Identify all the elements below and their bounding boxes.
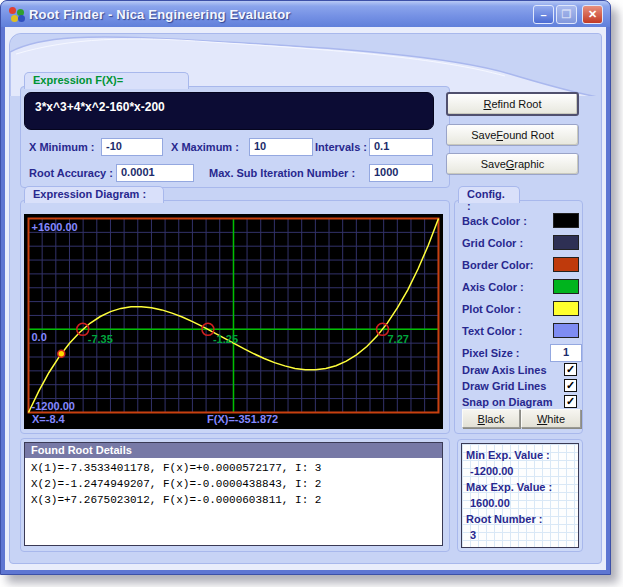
svg-text:-1200.00: -1200.00 — [32, 400, 75, 412]
close-button[interactable]: ✕ — [582, 5, 603, 24]
x-minimum-field[interactable]: -10 — [101, 138, 163, 156]
found-root-item[interactable]: X(3)=+7.2675023012, F(x)=-0.0000603811, … — [25, 494, 442, 506]
svg-text:7.27: 7.27 — [387, 333, 408, 345]
snap-on-diagram-label: Snap on Diagram — [462, 396, 552, 408]
grid-color-label: Grid Color : — [462, 237, 523, 249]
svg-text:-1.25: -1.25 — [213, 333, 238, 345]
refind-root-button[interactable]: Refind Root — [446, 92, 579, 116]
found-root-item[interactable]: X(2)=-1.2474949207, F(x)=-0.0000438843, … — [25, 478, 442, 490]
svg-text:-7.35: -7.35 — [88, 333, 113, 345]
expression-group-title: Expression F(X)= — [24, 72, 189, 89]
min-exp-value-label: Min Exp. Value : — [466, 447, 578, 463]
max-exp-value: 1600.00 — [466, 495, 578, 511]
x-minimum-label: X Minimum : — [29, 141, 94, 153]
text-color-swatch[interactable] — [553, 323, 579, 338]
window-title: Root Finder - Nica Engineering Evaluator — [29, 7, 291, 22]
root-number-label: Root Number : — [466, 511, 578, 527]
border-color-swatch[interactable] — [553, 257, 579, 272]
app-icon — [8, 6, 24, 22]
diagram-group-title: Expression Diagram : — [24, 186, 164, 203]
app-window: Root Finder - Nica Engineering Evaluator… — [0, 0, 611, 575]
minimize-button[interactable]: – — [533, 5, 554, 24]
plot-status-bar: X=-8.4 F(X)=-351.872 — [24, 413, 443, 428]
grid-color-swatch[interactable] — [553, 235, 579, 250]
border-color-label: Border Color: — [462, 259, 534, 271]
find-root-page: Find Root Of Expression Expression F(X)=… — [9, 33, 602, 564]
root-accuracy-field[interactable]: 0.0001 — [116, 164, 194, 182]
black-theme-button[interactable]: Black — [462, 409, 520, 428]
x-maximum-label: X Maximum : — [171, 141, 239, 153]
draw-axis-lines-label: Draw Axis Lines — [462, 364, 547, 376]
maximize-button: ❐ — [556, 5, 577, 24]
client-area: Find Root Of Expression Expression F(X)=… — [5, 27, 606, 570]
draw-grid-lines-label: Draw Grid Lines — [462, 380, 546, 392]
plot-color-swatch[interactable] — [553, 301, 579, 316]
plot-color-label: Plot Color : — [462, 303, 521, 315]
draw-axis-lines-checkbox[interactable]: ✓ — [564, 363, 577, 376]
pixel-size-field[interactable]: 1 — [550, 344, 582, 362]
snap-on-diagram-checkbox[interactable]: ✓ — [564, 395, 577, 408]
min-exp-value: -1200.00 — [466, 463, 578, 479]
expression-input[interactable]: 3*x^3+4*x^2-160*x-200 — [24, 92, 434, 130]
save-graphic-button[interactable]: Save Graphic — [446, 153, 579, 175]
intervals-label: Intervals : — [315, 141, 367, 153]
summary-box: Min Exp. Value : -1200.00 Max Exp. Value… — [461, 443, 579, 548]
found-root-item[interactable]: X(1)=-7.3533401178, F(x)=+0.0000572177, … — [25, 462, 442, 474]
found-root-details-list[interactable]: Found Root Details X(1)=-7.3533401178, F… — [24, 442, 443, 546]
intervals-field[interactable]: 0.1 — [369, 138, 433, 156]
svg-text:0.0: 0.0 — [32, 331, 47, 343]
plot-cursor-fx: F(X)=-351.872 — [207, 413, 278, 425]
summary-panel: Min Exp. Value : -1200.00 Max Exp. Value… — [457, 439, 583, 552]
back-color-swatch[interactable] — [553, 213, 579, 228]
max-sub-iteration-field[interactable]: 1000 — [369, 164, 433, 182]
axis-color-swatch[interactable] — [553, 279, 579, 294]
pixel-size-label: Pixel Size : — [462, 347, 519, 359]
root-accuracy-label: Root Accuracy : — [29, 167, 113, 179]
svg-text:+1600.00: +1600.00 — [32, 221, 78, 233]
max-exp-value-label: Max Exp. Value : — [466, 479, 578, 495]
expression-diagram-plot[interactable]: -7.35-1.257.27+1600.000.0-1200.00 X=-8.4… — [24, 214, 443, 429]
config-group-title: Config. : — [458, 186, 520, 203]
axis-color-label: Axis Color : — [462, 281, 524, 293]
found-root-details-header: Found Root Details — [25, 443, 442, 458]
back-color-label: Back Color : — [462, 215, 527, 227]
root-number-value: 3 — [466, 527, 578, 543]
text-color-label: Text Color : — [462, 325, 522, 337]
plot-cursor-x: X=-8.4 — [32, 413, 65, 425]
save-found-root-button[interactable]: Save Found Root — [446, 124, 579, 146]
x-maximum-field[interactable]: 10 — [249, 138, 313, 156]
white-theme-button[interactable]: White — [521, 409, 581, 428]
draw-grid-lines-checkbox[interactable]: ✓ — [564, 379, 577, 392]
title-bar[interactable]: Root Finder - Nica Engineering Evaluator… — [1, 1, 610, 27]
max-sub-iteration-label: Max. Sub Iteration Number : — [209, 167, 355, 179]
